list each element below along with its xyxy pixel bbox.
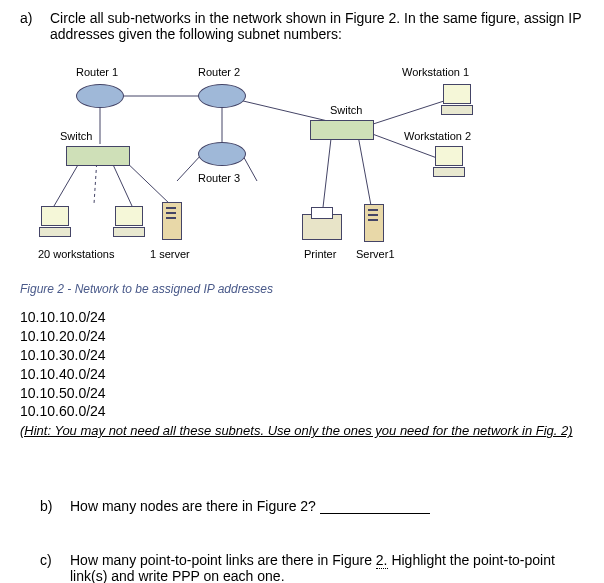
question-c-pre: How many point-to-point links are there … <box>70 552 376 568</box>
question-a-label: a) <box>20 10 50 42</box>
question-b: b) How many nodes are there in Figure 2? <box>40 498 584 514</box>
server1-icon <box>364 204 384 242</box>
subnet-item: 10.10.60.0/24 <box>20 402 584 421</box>
subnet-item: 10.10.10.0/24 <box>20 308 584 327</box>
figure-caption: Figure 2 - Network to be assigned IP add… <box>20 282 584 296</box>
switch-right-icon <box>310 120 374 140</box>
question-b-text: How many nodes are there in Figure 2? <box>70 498 584 514</box>
subnet-item: 10.10.30.0/24 <box>20 346 584 365</box>
left-server-icon <box>162 202 182 240</box>
label-20ws: 20 workstations <box>38 248 114 260</box>
label-router3: Router 3 <box>198 172 240 184</box>
subnet-item: 10.10.40.0/24 <box>20 365 584 384</box>
workstation-1-icon <box>440 84 474 116</box>
label-ws1: Workstation 1 <box>402 66 469 78</box>
question-c: c) How many point-to-point links are the… <box>40 552 584 583</box>
router-3-icon <box>198 142 246 166</box>
subnet-list: 10.10.10.0/24 10.10.20.0/24 10.10.30.0/2… <box>20 308 584 421</box>
question-a: a) Circle all sub-networks in the networ… <box>20 10 584 42</box>
label-switch-left: Switch <box>60 130 92 142</box>
label-server1: Server1 <box>356 248 395 260</box>
label-switch-right: Switch <box>330 104 362 116</box>
router-1-icon <box>76 84 124 108</box>
label-printer: Printer <box>304 248 336 260</box>
answer-blank[interactable] <box>320 513 430 514</box>
subnet-item: 10.10.20.0/24 <box>20 327 584 346</box>
label-ws2: Workstation 2 <box>404 130 471 142</box>
hint-text: (Hint: You may not need all these subnet… <box>20 423 584 438</box>
question-b-label: b) <box>40 498 70 514</box>
switch-left-icon <box>66 146 130 166</box>
subnet-item: 10.10.50.0/24 <box>20 384 584 403</box>
label-1server: 1 server <box>150 248 190 260</box>
workstation-2-icon <box>432 146 466 178</box>
label-router1: Router 1 <box>76 66 118 78</box>
question-a-text: Circle all sub-networks in the network s… <box>50 10 584 42</box>
question-c-link: 2. <box>376 552 388 569</box>
figure-2-diagram: Router 1 Router 2 Router 3 Switch Switch… <box>20 56 584 276</box>
svg-line-12 <box>367 100 447 126</box>
left-pc-1-icon <box>38 206 72 238</box>
router-2-icon <box>198 84 246 108</box>
question-c-text: How many point-to-point links are there … <box>70 552 584 583</box>
printer-icon <box>302 214 342 240</box>
question-b-text-span: How many nodes are there in Figure 2? <box>70 498 316 514</box>
svg-line-10 <box>322 130 332 216</box>
question-c-label: c) <box>40 552 70 583</box>
left-pc-2-icon <box>112 206 146 238</box>
label-router2: Router 2 <box>198 66 240 78</box>
svg-line-11 <box>357 130 372 211</box>
